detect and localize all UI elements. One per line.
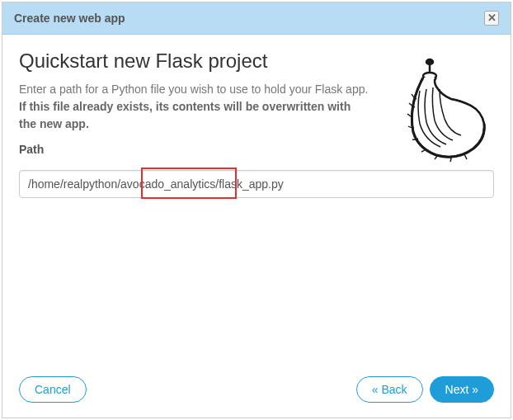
cancel-button[interactable]: Cancel bbox=[19, 376, 87, 403]
dialog-title: Create new web app bbox=[14, 12, 125, 25]
flask-logo-section bbox=[379, 50, 494, 168]
create-web-app-dialog: Create new web app ✕ Quickstart new Flas… bbox=[2, 2, 511, 418]
back-button[interactable]: « Back bbox=[356, 376, 423, 403]
text-section: Quickstart new Flask project Enter a pat… bbox=[19, 50, 369, 168]
dialog-body: Quickstart new Flask project Enter a pat… bbox=[2, 35, 511, 365]
content-top: Quickstart new Flask project Enter a pat… bbox=[19, 50, 494, 168]
path-label: Path bbox=[19, 143, 369, 156]
description-part1: Enter a path for a Python file you wish … bbox=[19, 83, 368, 96]
dialog-header: Create new web app ✕ bbox=[2, 2, 511, 35]
path-input-wrapper bbox=[19, 170, 494, 198]
description-text: Enter a path for a Python file you wish … bbox=[19, 81, 369, 133]
close-icon: ✕ bbox=[487, 12, 497, 24]
next-button[interactable]: Next » bbox=[430, 376, 494, 403]
path-input[interactable] bbox=[19, 170, 494, 198]
svg-point-0 bbox=[426, 59, 433, 64]
flask-horn-icon bbox=[379, 50, 494, 165]
dialog-footer: Cancel « Back Next » bbox=[2, 365, 511, 418]
description-bold: If this file already exists, its content… bbox=[19, 100, 351, 130]
footer-right-buttons: « Back Next » bbox=[356, 376, 494, 403]
page-heading: Quickstart new Flask project bbox=[19, 50, 369, 73]
close-button[interactable]: ✕ bbox=[484, 11, 499, 26]
